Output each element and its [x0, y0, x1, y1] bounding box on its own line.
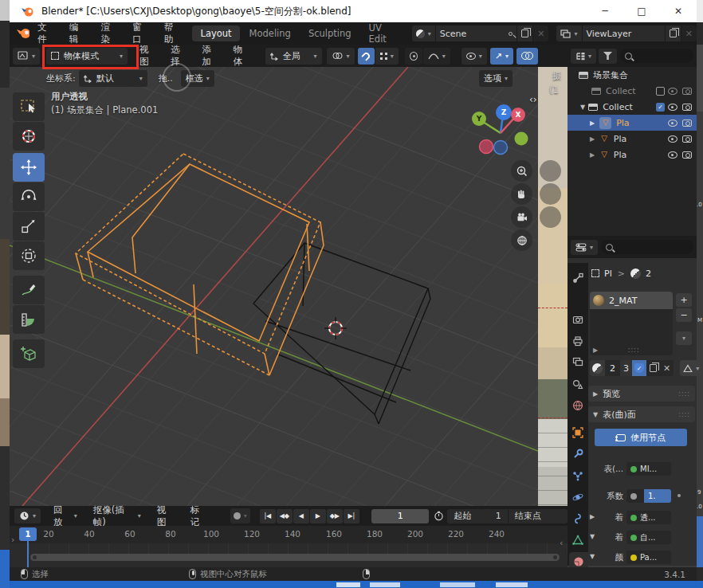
- outliner-display-mode-dropdown[interactable]: ▾: [571, 49, 596, 64]
- maximize-button[interactable]: □: [623, 0, 660, 22]
- new-material-button[interactable]: [646, 360, 660, 376]
- camera-visibility-icon[interactable]: [682, 135, 692, 143]
- pan-view-button[interactable]: [511, 183, 532, 205]
- material-datablock-field[interactable]: 2 3 ✓ ✕: [590, 360, 674, 376]
- grip-handle[interactable]: ::::: [678, 411, 690, 418]
- breadcrumb-material-name[interactable]: 2: [646, 269, 651, 279]
- animate-dot-icon[interactable]: [677, 494, 681, 497]
- strip-pan-button[interactable]: [540, 183, 561, 205]
- next-keyframe-button[interactable]: ◆▶: [327, 509, 343, 523]
- material-slot-item[interactable]: 2_MAT: [590, 292, 673, 309]
- select-box-dropdown[interactable]: 框选 ▾: [181, 70, 214, 87]
- jump-to-start-button[interactable]: |◀: [260, 509, 276, 523]
- exclude-checkbox[interactable]: [656, 87, 665, 96]
- jump-to-end-button[interactable]: ▶|: [344, 509, 359, 523]
- overlays-toggle[interactable]: [516, 48, 538, 65]
- playhead-line[interactable]: [27, 541, 29, 567]
- region-collapse-chevrons[interactable]: ‹›: [529, 94, 537, 105]
- tab-render[interactable]: [571, 312, 585, 327]
- object-visibility-dropdown[interactable]: ▾: [461, 48, 487, 65]
- tool-measure-button[interactable]: [13, 305, 45, 334]
- eye-icon[interactable]: [668, 88, 677, 95]
- field-factor-socket[interactable]: [626, 489, 644, 503]
- current-frame-field[interactable]: 1: [371, 509, 430, 523]
- secondary-viewport-strip[interactable]: 摄 (1: [538, 45, 568, 506]
- play-reverse-button[interactable]: ◀: [293, 509, 309, 523]
- users-count[interactable]: 3: [620, 360, 632, 376]
- expand-arrow-icon[interactable]: ▶: [590, 120, 595, 127]
- menu-help[interactable]: 帮助: [156, 22, 188, 45]
- tab-scene[interactable]: [571, 377, 585, 391]
- camera-visibility-icon[interactable]: [682, 104, 692, 111]
- viewlayer-type-dropdown[interactable]: ▾: [556, 25, 581, 41]
- tool-cursor-button[interactable]: [13, 122, 45, 151]
- pivot-point-dropdown[interactable]: ▾: [327, 48, 355, 65]
- mode-dropdown[interactable]: 物体模式 ▾: [46, 48, 128, 65]
- outliner-row-object-active[interactable]: ▶ ▽ Pla: [568, 115, 697, 131]
- tab-particles[interactable]: [571, 468, 585, 483]
- minimize-button[interactable]: ─: [587, 0, 623, 22]
- record-icon[interactable]: [234, 512, 241, 519]
- timeline-horizontal-scrollbar[interactable]: [30, 554, 560, 561]
- field-value-color[interactable]: Pa...: [626, 551, 671, 564]
- menu-edit[interactable]: 编辑: [61, 22, 93, 45]
- tab-modifiers[interactable]: [571, 447, 585, 461]
- expand-arrow-icon[interactable]: ▶: [590, 135, 595, 143]
- field-value-surface-shader[interactable]: MI...: [626, 462, 671, 476]
- menu-keying[interactable]: 抠像(插帧)▾: [85, 505, 149, 527]
- zoom-view-button[interactable]: [511, 160, 532, 182]
- viewlayer-copy-button[interactable]: [665, 25, 681, 41]
- viewport-3d[interactable]: [10, 67, 538, 506]
- editor-type-dropdown[interactable]: ▾: [13, 48, 40, 65]
- menu-timeline-view[interactable]: 视图: [149, 505, 183, 527]
- menu-file[interactable]: 文件: [29, 22, 61, 45]
- tool-move-button[interactable]: [13, 153, 45, 182]
- expand-arrow-icon[interactable]: ▼: [580, 104, 585, 111]
- eye-icon[interactable]: [668, 135, 677, 143]
- remove-slot-button[interactable]: −: [676, 308, 692, 322]
- properties-search-input[interactable]: [601, 240, 693, 254]
- scene-type-dropdown[interactable]: ▾: [412, 25, 435, 41]
- tab-tool[interactable]: [571, 271, 585, 285]
- field-factor-value[interactable]: 1.: [644, 489, 671, 503]
- region-collapse-arrow[interactable]: ‹: [560, 538, 563, 548]
- menu-playback[interactable]: 回放▾: [45, 505, 85, 527]
- tool-transform-button[interactable]: [13, 241, 45, 270]
- outliner-row-object[interactable]: ▶ ▽ Pla: [568, 147, 697, 163]
- prev-keyframe-button[interactable]: ◀◆: [277, 509, 293, 523]
- camera-visibility-icon[interactable]: [682, 151, 692, 159]
- properties-editor-type-dropdown[interactable]: ▾: [571, 240, 598, 255]
- menu-view[interactable]: 视图: [132, 45, 163, 67]
- options-dropdown[interactable]: 选项 ▾: [479, 70, 513, 87]
- scene-name-field[interactable]: Scene: [435, 25, 517, 41]
- use-nodes-button[interactable]: 使用节点: [595, 429, 687, 446]
- navigation-gizmo[interactable]: Y Z X: [469, 97, 532, 161]
- slot-specials-dropdown[interactable]: ▾: [676, 331, 692, 345]
- camera-visibility-icon[interactable]: [682, 88, 692, 95]
- outliner-row-scene-collection[interactable]: 场景集合: [568, 67, 697, 83]
- default-orientation-dropdown[interactable]: 默认 ▾: [79, 70, 147, 87]
- link-material-dropdown[interactable]: ▾: [680, 360, 702, 376]
- outliner-row-collection-excluded[interactable]: Collect: [568, 83, 697, 99]
- eye-icon[interactable]: [668, 120, 677, 127]
- menu-window[interactable]: 窗口: [124, 22, 156, 45]
- playhead-badge[interactable]: 1: [19, 527, 37, 541]
- frame-end-field[interactable]: 结束点: [508, 509, 568, 523]
- scene-unlink-button[interactable]: ✕: [532, 25, 548, 41]
- menu-marker[interactable]: 标记: [183, 505, 216, 527]
- gizmo-axis-y-neg[interactable]: [515, 132, 528, 146]
- panel-preview-header[interactable]: ▶ 预览 ::::: [588, 386, 695, 402]
- viewlayer-name-field[interactable]: ViewLayer: [582, 25, 665, 41]
- outliner-filter-dropdown[interactable]: [599, 49, 617, 64]
- outliner-row-object[interactable]: ▶ ▽ Pla: [568, 131, 697, 147]
- exclude-checkbox[interactable]: ✓: [656, 103, 665, 112]
- frame-start-field[interactable]: 起始 1: [447, 509, 507, 523]
- tool-annotate-button[interactable]: [13, 276, 45, 304]
- fake-user-toggle[interactable]: ✓: [632, 360, 646, 376]
- strip-camera-button[interactable]: [540, 206, 561, 228]
- breadcrumb-object-name[interactable]: Pl: [604, 269, 612, 279]
- grip-handle[interactable]: ::::: [628, 347, 640, 354]
- tab-physics[interactable]: [571, 490, 585, 504]
- snap-with-dropdown[interactable]: ▾: [375, 48, 399, 65]
- unlink-material-button[interactable]: ✕: [660, 363, 674, 374]
